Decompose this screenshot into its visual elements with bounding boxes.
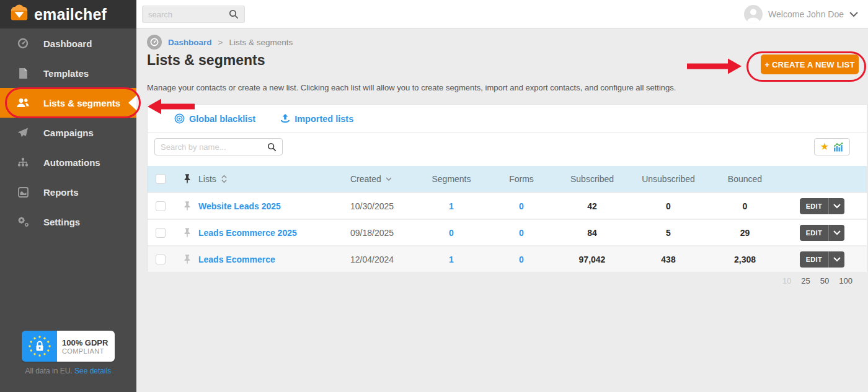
page-title: Lists & segments [147, 52, 265, 69]
table-header-row: Lists Created Segments Forms Subscribed … [148, 166, 867, 192]
sidebar-item-label: Lists & segments [43, 98, 120, 108]
column-header-lists[interactable]: Lists [198, 174, 350, 184]
table-row: Website Leads 2025 10/30/2025 1 0 42 0 0… [148, 192, 867, 219]
sidebar-item-campaigns[interactable]: Campaigns [0, 118, 136, 147]
sidebar-item-label: Reports [43, 187, 79, 198]
breadcrumb-link-dashboard[interactable]: Dashboard [168, 38, 212, 47]
column-header-bounced[interactable]: Bounced [707, 174, 783, 184]
sidebar-item-dashboard[interactable]: Dashboard [0, 28, 136, 58]
main-content: Dashboard > Lists & segments Lists & seg… [136, 28, 868, 392]
note-text: All data in EU. [25, 367, 73, 375]
column-header-unsubscribed[interactable]: Unsubscribed [630, 174, 707, 184]
breadcrumb-home-icon [147, 35, 162, 50]
table-row: Leads Ecommerce 2025 09/18/2025 0 0 84 5… [148, 219, 867, 245]
file-icon [16, 67, 30, 79]
upload-icon [280, 114, 290, 124]
list-search-input[interactable] [161, 142, 267, 152]
page-size-option[interactable]: 10 [782, 276, 791, 285]
chevron-down-icon [386, 177, 392, 181]
edit-button[interactable]: EDIT [800, 198, 828, 214]
see-details-link[interactable]: See details [74, 367, 111, 375]
pin-icon[interactable] [184, 201, 191, 211]
breadcrumb: Dashboard > Lists & segments [147, 35, 293, 50]
global-blacklist-link[interactable]: Global blacklist [174, 113, 255, 124]
edit-button-group: EDIT [800, 198, 844, 214]
sidebar-item-reports[interactable]: Reports [0, 177, 136, 207]
edit-button[interactable]: EDIT [800, 251, 828, 268]
sidebar-item-label: Templates [43, 68, 89, 79]
column-header-segments[interactable]: Segments [414, 174, 489, 184]
bounced-count: 2,308 [707, 255, 783, 264]
report-chart-icon [16, 186, 30, 198]
gears-icon [16, 216, 30, 228]
header-cell-select-all [148, 174, 176, 184]
segments-count[interactable]: 0 [414, 228, 489, 238]
create-new-list-button[interactable]: + CREATE A NEW LIST [761, 54, 859, 74]
segments-count[interactable]: 1 [414, 201, 489, 211]
global-search [142, 6, 245, 23]
edit-button[interactable]: EDIT [800, 225, 828, 241]
row-checkbox[interactable] [156, 228, 166, 238]
user-menu[interactable]: Welcome John Doe [744, 5, 858, 24]
page-size-option[interactable]: 25 [801, 276, 810, 285]
users-icon [16, 97, 30, 109]
topbar: Welcome John Doe [136, 0, 868, 28]
sitemap-icon [16, 156, 30, 168]
brand-logo[interactable]: emailchef [0, 0, 136, 28]
page-size-option[interactable]: 50 [820, 276, 829, 285]
target-icon [174, 113, 185, 124]
row-checkbox[interactable] [156, 255, 166, 264]
list-name-link[interactable]: Leads Ecommerce [198, 255, 275, 264]
column-header-subscribed[interactable]: Subscribed [554, 174, 630, 184]
column-header-created[interactable]: Created [350, 174, 414, 184]
row-checkbox[interactable] [156, 201, 166, 211]
sidebar-item-templates[interactable]: Templates [0, 58, 136, 88]
forms-count[interactable]: 0 [489, 255, 554, 264]
global-search-input[interactable] [148, 10, 229, 19]
link-label: Global blacklist [189, 114, 255, 124]
imported-lists-link[interactable]: Imported lists [280, 114, 353, 124]
header-cell-pin [176, 174, 198, 184]
segments-count[interactable]: 1 [414, 255, 489, 264]
subscribed-count: 84 [554, 228, 630, 238]
search-icon[interactable] [229, 9, 239, 19]
sort-icon[interactable] [221, 175, 227, 183]
created-date: 09/18/2025 [350, 228, 414, 238]
pin-icon[interactable] [184, 255, 191, 264]
brand-name: emailchef [34, 6, 107, 24]
unsubscribed-count: 438 [630, 255, 707, 264]
subscribed-count: 42 [554, 201, 630, 211]
forms-count[interactable]: 0 [489, 201, 554, 211]
welcome-text: Welcome John Doe [768, 9, 844, 19]
pin-icon[interactable] [184, 228, 191, 238]
unsubscribed-count: 5 [630, 228, 707, 238]
list-name-link[interactable]: Leads Ecommerce 2025 [198, 228, 297, 238]
page-size-selector: 10 25 50 100 [782, 276, 852, 285]
sidebar-item-automations[interactable]: Automations [0, 147, 136, 177]
lists-card: Global blacklist Imported lists ★ [147, 104, 867, 271]
search-icon[interactable] [267, 142, 277, 152]
created-date: 12/04/2024 [350, 255, 414, 264]
page-description: Manage your contacts or create a new lis… [147, 83, 676, 92]
link-label: Imported lists [294, 114, 353, 124]
paper-plane-icon [16, 126, 30, 139]
sidebar-item-lists-segments[interactable]: Lists & segments [0, 88, 136, 118]
gauge-icon [16, 37, 30, 50]
breadcrumb-current: Lists & segments [229, 38, 293, 47]
page-size-option[interactable]: 100 [839, 276, 852, 285]
select-all-checkbox[interactable] [156, 174, 166, 184]
sidebar-item-settings[interactable]: Settings [0, 207, 136, 237]
table-row: Leads Ecommerce 12/04/2024 1 0 97,042 43… [148, 245, 867, 272]
list-name-link[interactable]: Website Leads 2025 [198, 201, 281, 211]
unsubscribed-count: 0 [630, 201, 707, 211]
favorites-stats-toggle[interactable]: ★ [814, 138, 850, 155]
chef-hat-icon [7, 4, 31, 25]
sidebar-item-label: Campaigns [43, 128, 94, 138]
subscribed-count: 97,042 [554, 255, 630, 264]
forms-count[interactable]: 0 [489, 228, 554, 238]
column-header-forms[interactable]: Forms [489, 174, 554, 184]
sidebar-item-label: Automations [43, 157, 100, 168]
edit-dropdown-button[interactable] [828, 225, 844, 241]
edit-dropdown-button[interactable] [828, 251, 844, 268]
edit-dropdown-button[interactable] [828, 198, 844, 214]
